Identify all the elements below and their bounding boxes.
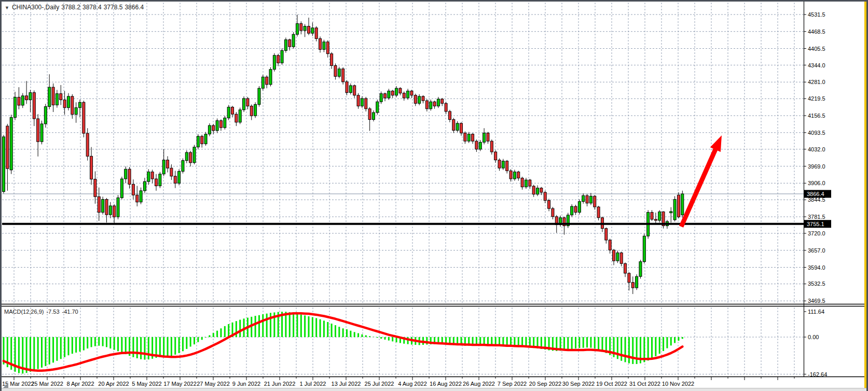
indicator-signal-value: -41.70	[62, 309, 78, 315]
candle	[143, 181, 146, 191]
candle	[40, 124, 43, 142]
candle	[235, 114, 238, 122]
candle	[651, 212, 653, 219]
candle	[178, 171, 181, 183]
date-axis-label: 30 Sep 2022	[562, 381, 595, 387]
candle	[67, 96, 70, 108]
candle	[548, 201, 550, 209]
date-axis-label: 5 May 2022	[132, 381, 161, 387]
candle	[342, 69, 345, 82]
date-axis-label: 26 Aug 2022	[463, 381, 495, 387]
candle	[86, 133, 89, 156]
date-axis-label: 25 Mar 2022	[31, 381, 63, 387]
candle	[21, 96, 24, 105]
candle	[673, 199, 676, 220]
price-axis-label: 4531.5	[808, 11, 825, 18]
candle	[479, 142, 481, 149]
candle	[414, 95, 417, 104]
candle	[182, 161, 184, 172]
candle	[227, 107, 230, 118]
frame-left	[0, 0, 2, 391]
date-axis-label: 27 May 2022	[197, 381, 230, 387]
candle	[441, 99, 444, 103]
candle	[304, 26, 306, 31]
candle	[269, 69, 272, 85]
candle	[277, 55, 280, 63]
price-axis-label: 3720.0	[808, 230, 825, 236]
candle	[90, 156, 93, 179]
candle	[380, 94, 382, 102]
price-axis-label: 4032.0	[808, 146, 825, 152]
candle	[162, 160, 165, 174]
candle	[670, 212, 672, 213]
date-axis-label: 17 May 2022	[163, 381, 197, 387]
candle	[643, 236, 645, 261]
candle	[25, 96, 28, 100]
date-axis-label: 9 Jun 2022	[232, 381, 260, 387]
candle	[529, 180, 531, 186]
candle	[167, 160, 169, 169]
candle	[475, 141, 478, 149]
candle	[136, 195, 139, 202]
candle	[33, 93, 35, 119]
candle	[246, 99, 249, 106]
candle	[513, 172, 516, 179]
candle	[284, 40, 287, 51]
candle	[586, 196, 588, 203]
candle	[319, 39, 322, 50]
candle	[631, 283, 634, 288]
candle	[384, 94, 387, 98]
date-axis-label: 8 Apr 2022	[66, 381, 94, 387]
candle	[98, 197, 100, 212]
price-axis-label: 3657.0	[808, 247, 825, 254]
candle	[140, 191, 142, 202]
candle	[365, 99, 367, 109]
candle	[216, 121, 218, 131]
date-axis-label: 10 Nov 2022	[662, 381, 694, 387]
candle	[407, 91, 409, 98]
candle	[589, 196, 592, 203]
price-axis-label: 3532.5	[808, 281, 825, 287]
ohlc-low: 3778.5	[104, 4, 123, 11]
candle	[418, 96, 421, 104]
date-axis-label: 21 Jun 2022	[264, 381, 296, 387]
candle	[399, 88, 402, 93]
price-chart-canvas[interactable]: 4531.54468.54405.54344.04281.04219.54156…	[0, 0, 868, 391]
candle	[71, 96, 74, 115]
candle	[334, 66, 337, 77]
candle	[472, 134, 474, 142]
date-axis-label: 19 Oct 2022	[596, 381, 627, 387]
indicator-macd-value: -7.53	[46, 309, 59, 315]
candle	[6, 126, 9, 169]
chevron-down-icon[interactable]: ▼	[5, 5, 9, 10]
date-axis-label: 20 Sep 2022	[529, 381, 561, 387]
candle	[159, 174, 161, 186]
candle	[254, 104, 257, 116]
price-axis-label: 4156.5	[808, 113, 825, 119]
price-axis-label: 3594.0	[808, 264, 825, 271]
candle	[219, 121, 222, 128]
candle	[445, 103, 447, 111]
candle	[300, 23, 302, 31]
candle	[204, 134, 207, 144]
candle	[330, 54, 333, 66]
price-axis-label: 4093.5	[808, 130, 825, 136]
date-axis-label: 4 Aug 2022	[398, 381, 427, 387]
date-axis-label: 25 Jul 2022	[365, 381, 394, 387]
candle	[620, 253, 623, 263]
candle	[609, 240, 611, 250]
candle	[391, 91, 394, 95]
candle	[509, 171, 512, 179]
candle	[361, 99, 363, 106]
candle	[368, 109, 371, 120]
candle	[18, 97, 20, 105]
candle	[677, 195, 680, 217]
candle	[532, 186, 535, 194]
level-price-badge: 3755.1	[807, 221, 824, 227]
ohlc-high: 3878.4	[82, 4, 102, 11]
candle	[125, 169, 127, 179]
candle	[452, 120, 455, 131]
candle	[540, 188, 543, 192]
price-axis-label: 4405.5	[808, 46, 825, 52]
candle	[79, 102, 81, 107]
